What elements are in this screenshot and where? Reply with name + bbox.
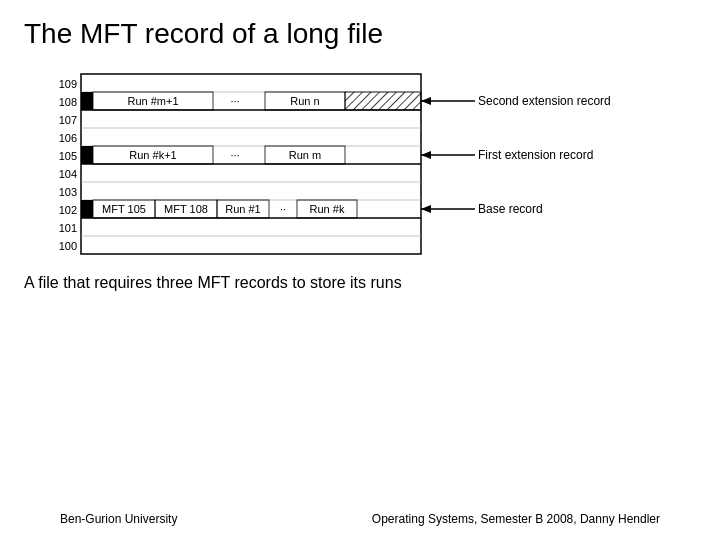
row-label-105: 105: [59, 150, 77, 162]
label-first-extension: First extension record: [478, 148, 593, 162]
row-label-103: 103: [59, 186, 77, 198]
row102-run1-text: Run #1: [225, 203, 260, 215]
row105-run-end-text: Run m: [289, 149, 321, 161]
row108-dots-text: ···: [230, 95, 239, 107]
row-label-100: 100: [59, 240, 77, 252]
row105-run-start-text: Run #k+1: [129, 149, 176, 161]
row-label-101: 101: [59, 222, 77, 234]
arrow-head-102: [421, 205, 431, 213]
row-label-108: 108: [59, 96, 77, 108]
row108-black-cell: [81, 92, 93, 110]
row-label-102: 102: [59, 204, 77, 216]
arrow-head-108: [421, 97, 431, 105]
mft-diagram: 109 108 107 106 105 104 103 102 101 100 …: [25, 64, 695, 264]
footer: Ben-Gurion University Operating Systems,…: [0, 512, 720, 526]
row105-black-cell: [81, 146, 93, 164]
row105-dots-text: ···: [230, 149, 239, 161]
row108-run-start-text: Run #m+1: [127, 95, 178, 107]
row-label-106: 106: [59, 132, 77, 144]
row102-runk-text: Run #k: [310, 203, 345, 215]
diagram-area: 109 108 107 106 105 104 103 102 101 100 …: [0, 64, 720, 264]
row102-dots-text: ··: [280, 203, 286, 215]
arrow-head-105: [421, 151, 431, 159]
footer-right: Operating Systems, Semester B 2008, Dann…: [372, 512, 660, 526]
label-second-extension: Second extension record: [478, 94, 611, 108]
row102-black-cell: [81, 200, 93, 218]
row-label-109: 109: [59, 78, 77, 90]
row-label-104: 104: [59, 168, 77, 180]
row108-hatch-cell: [345, 92, 421, 110]
row102-mft108-text: MFT 108: [164, 203, 208, 215]
row108-run-end-text: Run n: [290, 95, 319, 107]
subtitle: A file that requires three MFT records t…: [0, 264, 720, 292]
label-base-record: Base record: [478, 202, 543, 216]
footer-left: Ben-Gurion University: [60, 512, 177, 526]
row102-mft105-text: MFT 105: [102, 203, 146, 215]
row-label-107: 107: [59, 114, 77, 126]
page-title: The MFT record of a long file: [0, 0, 720, 60]
